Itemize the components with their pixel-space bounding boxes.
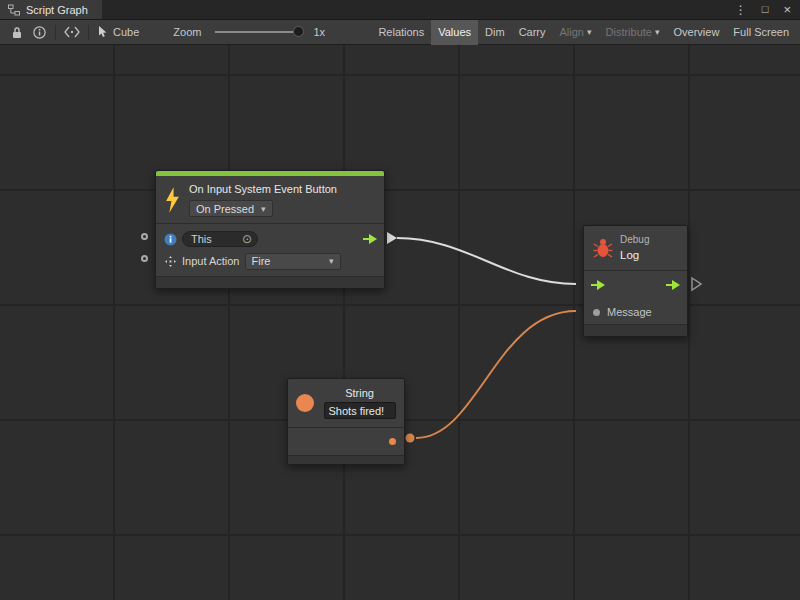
- zoom-value: 1x: [313, 26, 325, 38]
- overview-label: Overview: [674, 26, 720, 38]
- close-icon[interactable]: ×: [783, 3, 791, 16]
- tab-script-graph[interactable]: Script Graph: [0, 0, 102, 19]
- event-output-arrow[interactable]: [387, 232, 397, 244]
- this-icon: [164, 233, 177, 246]
- string-node-body: [288, 427, 404, 455]
- zoom-slider[interactable]: [215, 31, 301, 33]
- align-label: Align: [560, 26, 584, 38]
- debug-node-title: Log: [620, 248, 649, 262]
- distribute-button[interactable]: Distribute▾: [599, 20, 667, 45]
- zoom-control: Zoom 1x: [173, 26, 325, 38]
- relations-button[interactable]: Relations: [371, 20, 431, 45]
- debug-node-header: Debug Log: [584, 226, 687, 270]
- lock-icon[interactable]: [6, 20, 28, 45]
- relations-label: Relations: [378, 26, 424, 38]
- string-output-dot[interactable]: [406, 434, 415, 443]
- distribute-label: Distribute: [606, 26, 652, 38]
- debug-flow-row: [584, 270, 687, 300]
- insert-unit-icon[interactable]: [61, 20, 83, 45]
- input-action-icon: [164, 255, 177, 268]
- toolbar: Cube Zoom 1x Relations Values Dim Carry …: [0, 20, 800, 45]
- values-label: Values: [438, 26, 471, 38]
- flow-input-port[interactable]: [590, 279, 606, 293]
- window-menu-icon[interactable]: ⋮: [735, 4, 747, 16]
- lightning-bolt-icon: [164, 187, 181, 213]
- string-node-title: String: [345, 387, 374, 399]
- wire-string-to-message[interactable]: [416, 311, 576, 438]
- on-pressed-dropdown[interactable]: On Pressed ▾: [189, 200, 273, 217]
- debug-node-footer: [584, 324, 687, 336]
- toolbar-separator: [55, 25, 56, 40]
- carry-button[interactable]: Carry: [512, 20, 553, 45]
- event-node-footer: [156, 276, 384, 288]
- maximize-icon[interactable]: □: [762, 4, 769, 15]
- dim-button[interactable]: Dim: [478, 20, 512, 45]
- wire-event-to-log[interactable]: [397, 238, 576, 284]
- toolbar-separator: [88, 25, 89, 40]
- graph-target[interactable]: Cube: [94, 26, 147, 38]
- string-node-header: String: [288, 379, 404, 427]
- node-debug-log[interactable]: Debug Log Message: [583, 225, 688, 337]
- this-object-field[interactable]: This ⊙: [182, 231, 258, 247]
- node-on-input-system-event-button[interactable]: On Input System Event Button On Pressed …: [155, 170, 385, 289]
- fire-dropdown[interactable]: Fire ▾: [245, 253, 341, 270]
- bug-icon: [593, 237, 613, 259]
- titlebar-spacer: [102, 0, 735, 19]
- dim-label: Dim: [485, 26, 505, 38]
- toolbar-buttons: Relations Values Dim Carry Align▾ Distri…: [371, 20, 796, 45]
- on-pressed-value: On Pressed: [196, 203, 254, 215]
- window-controls: ⋮ □ ×: [735, 0, 800, 19]
- event-node-header: On Input System Event Button On Pressed …: [156, 176, 384, 223]
- this-row: This ⊙: [156, 228, 384, 250]
- event-node-title: On Input System Event Button: [189, 182, 337, 196]
- values-button[interactable]: Values: [431, 20, 478, 45]
- zoom-slider-knob[interactable]: [293, 26, 304, 37]
- flow-output-port[interactable]: [665, 279, 681, 293]
- dropdown-arrow-icon: ▾: [329, 256, 334, 266]
- input-action-value-port[interactable]: [141, 255, 148, 262]
- window-titlebar: Script Graph ⋮ □ ×: [0, 0, 800, 20]
- zoom-label: Zoom: [173, 26, 201, 38]
- dropdown-arrow-icon: ▾: [261, 204, 266, 214]
- string-value-input[interactable]: [324, 402, 396, 419]
- info-icon[interactable]: [28, 20, 50, 45]
- debug-node-category: Debug: [620, 234, 649, 246]
- dropdown-arrow-icon: ▾: [587, 27, 592, 37]
- fullscreen-button[interactable]: Full Screen: [726, 20, 796, 45]
- string-node-footer: [288, 455, 404, 464]
- fire-value: Fire: [252, 255, 271, 267]
- message-row: Message: [584, 300, 687, 324]
- this-label: This: [191, 233, 212, 245]
- input-action-label: Input Action: [182, 255, 240, 267]
- object-picker-icon[interactable]: ⊙: [242, 233, 252, 245]
- overview-button[interactable]: Overview: [667, 20, 727, 45]
- event-node-rows: This ⊙ Input Action: [156, 223, 384, 276]
- input-action-row: Input Action Fire ▾: [156, 250, 384, 272]
- carry-label: Carry: [519, 26, 546, 38]
- this-value-port[interactable]: [141, 233, 148, 240]
- message-label: Message: [607, 306, 652, 318]
- graph-target-label: Cube: [113, 26, 139, 38]
- message-port-dot[interactable]: [593, 309, 600, 316]
- graph-canvas[interactable]: On Input System Event Button On Pressed …: [0, 45, 800, 600]
- string-output-port[interactable]: [389, 438, 396, 445]
- dropdown-arrow-icon: ▾: [655, 27, 660, 37]
- cursor-icon: [98, 26, 108, 38]
- align-button[interactable]: Align▾: [553, 20, 599, 45]
- node-string[interactable]: String: [287, 378, 405, 465]
- graph-icon: [8, 4, 20, 16]
- string-type-icon: [296, 394, 314, 412]
- log-flow-continue-arrow[interactable]: [692, 278, 701, 290]
- flow-output-port[interactable]: [362, 233, 378, 245]
- fullscreen-label: Full Screen: [733, 26, 789, 38]
- tab-title: Script Graph: [26, 4, 88, 16]
